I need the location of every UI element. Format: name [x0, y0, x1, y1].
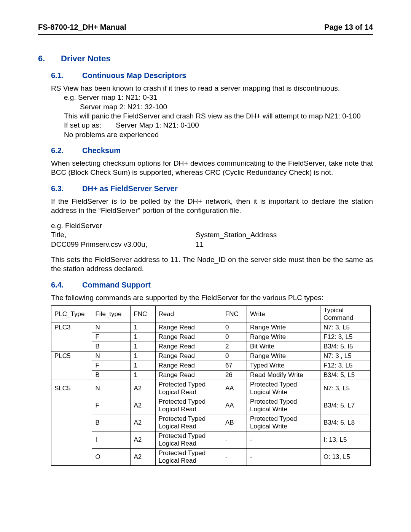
table-row: F1Range Read0Range WriteF12: 3, L5: [51, 332, 371, 342]
cell-typical: B3/4: 5, L5: [320, 371, 370, 380]
heading-6: 6. Driver Notes: [38, 54, 373, 64]
heading-6-1: 6.1. Continuous Map Descriptors: [38, 71, 373, 80]
config-col2-value: 11: [196, 240, 373, 249]
th-file-type: File_type: [92, 306, 131, 323]
cell-plc-type: [51, 332, 92, 342]
th-read: Read: [155, 306, 222, 323]
table-row: F1Range Read67Typed WriteF12: 3, L5: [51, 361, 371, 371]
cell-write: Protected Typed Logical Write: [247, 414, 320, 431]
section-6-1-p1: RS View has been known to crash if it tr…: [38, 84, 373, 93]
cell-write: Range Write: [247, 351, 320, 361]
cell-fnc-write: 67: [222, 361, 247, 371]
cell-fnc-write: 2: [222, 342, 247, 351]
config-col2-title: System_Station_Address: [196, 230, 373, 240]
cell-fnc-read: A2: [131, 431, 155, 449]
cell-plc-type: [51, 397, 92, 414]
th-plc-type: PLC_Type: [51, 306, 92, 323]
cell-fnc-read: A2: [131, 414, 155, 431]
cell-fnc-write: 0: [222, 351, 247, 361]
config-col1-title: Title,: [51, 230, 196, 240]
cell-write: Protected Typed Logical Write: [247, 380, 320, 397]
cell-read: Protected Typed Logical Read: [155, 397, 222, 414]
heading-6-4-title: Command Support: [82, 281, 151, 289]
section-6-3-p2: This sets the FieldServer address to 11.…: [38, 255, 373, 274]
cell-file-type: N: [92, 351, 131, 361]
cell-fnc-write: -: [222, 449, 247, 466]
cell-file-type: B: [92, 342, 131, 351]
cell-write: Read Modify Write: [247, 371, 320, 380]
cell-read: Range Read: [155, 323, 222, 332]
section-6-1-p4: No problems are experienced: [38, 130, 373, 139]
cell-typical: F12: 3, L5: [320, 332, 370, 342]
th-write: Write: [247, 306, 320, 323]
heading-6-2: 6.2. Checksum: [38, 146, 373, 155]
cell-file-type: N: [92, 323, 131, 332]
table-row: B1Range Read2Bit WriteB3/4: 5, I5: [51, 342, 371, 351]
cell-file-type: F: [92, 332, 131, 342]
cell-write: Protected Typed Logical Write: [247, 397, 320, 414]
cell-file-type: F: [92, 397, 131, 414]
page-number: Page 13 of 14: [324, 23, 373, 32]
table-row: OA2Protected Typed Logical Read--O: 13, …: [51, 449, 371, 466]
section-6-4-p1: The following commands are supported by …: [38, 293, 373, 302]
heading-6-number: 6.: [38, 54, 61, 64]
section-6-1-eg2: Server map 2: N21: 32-100: [38, 102, 373, 112]
cell-plc-type: [51, 431, 92, 449]
heading-6-3-number: 6.3.: [51, 184, 82, 193]
cell-plc-type: PLC3: [51, 323, 92, 332]
cell-typical: B3/4: 5, L7: [320, 397, 370, 414]
cell-read: Protected Typed Logical Read: [155, 449, 222, 466]
cell-fnc-read: 1: [131, 351, 155, 361]
cell-write: Bit Write: [247, 342, 320, 351]
cell-fnc-write: AA: [222, 380, 247, 397]
cell-file-type: B: [92, 371, 131, 380]
cell-fnc-read: A2: [131, 449, 155, 466]
th-fnc-1: FNC: [131, 306, 155, 323]
table-row: PLC5N1Range Read0Range WriteN7: 3 , L5: [51, 351, 371, 361]
cell-typical: N7: 3, L5: [320, 380, 370, 397]
cell-fnc-write: -: [222, 431, 247, 449]
cell-plc-type: PLC5: [51, 351, 92, 361]
cell-file-type: B: [92, 414, 131, 431]
heading-6-1-number: 6.1.: [51, 71, 82, 80]
cell-typical: O: 13, L5: [320, 449, 370, 466]
section-6-2-p1: When selecting checksum options for DH+ …: [38, 159, 373, 177]
cell-typical: I: 13, L5: [320, 431, 370, 449]
cell-typical: F12: 3, L5: [320, 361, 370, 371]
cell-fnc-read: A2: [131, 397, 155, 414]
section-6-3-config-headers: Title, System_Station_Address: [38, 230, 373, 240]
cell-read: Range Read: [155, 351, 222, 361]
section-6-1-p2: This will panic the FieldServer and cras…: [38, 112, 373, 121]
cell-typical: B3/4: 5, L8: [320, 414, 370, 431]
section-6-3-p1: If the FieldServer is to be polled by th…: [38, 197, 373, 216]
cell-write: Typed Write: [247, 361, 320, 371]
cell-plc-type: [51, 342, 92, 351]
cell-plc-type: [51, 414, 92, 431]
cell-fnc-write: AB: [222, 414, 247, 431]
table-row: B1Range Read26Read Modify WriteB3/4: 5, …: [51, 371, 371, 380]
section-6-3-config-values: DCC099 Primserv.csv v3.00u, 11: [38, 240, 373, 249]
cell-fnc-write: 0: [222, 332, 247, 342]
cell-typical: N7: 3 , L5: [320, 351, 370, 361]
cell-fnc-write: AA: [222, 397, 247, 414]
cell-fnc-read: A2: [131, 380, 155, 397]
cell-typical: B3/4: 5, I5: [320, 342, 370, 351]
cell-write: Range Write: [247, 323, 320, 332]
cell-read: Protected Typed Logical Read: [155, 380, 222, 397]
cell-read: Range Read: [155, 371, 222, 380]
cell-write: -: [247, 449, 320, 466]
heading-6-4-number: 6.4.: [51, 281, 82, 289]
cell-file-type: O: [92, 449, 131, 466]
heading-6-1-title: Continuous Map Descriptors: [82, 71, 186, 80]
cell-read: Range Read: [155, 361, 222, 371]
page-header: FS-8700-12_DH+ Manual Page 13 of 14: [38, 23, 373, 35]
table-row: BA2Protected Typed Logical ReadABProtect…: [51, 414, 371, 431]
heading-6-title: Driver Notes: [61, 54, 111, 64]
cell-fnc-write: 0: [222, 323, 247, 332]
cell-file-type: F: [92, 361, 131, 371]
cell-fnc-read: 1: [131, 342, 155, 351]
heading-6-4: 6.4. Command Support: [38, 281, 373, 289]
cell-fnc-read: 1: [131, 332, 155, 342]
th-typical: Typical Command: [320, 306, 370, 323]
cell-fnc-read: 1: [131, 371, 155, 380]
